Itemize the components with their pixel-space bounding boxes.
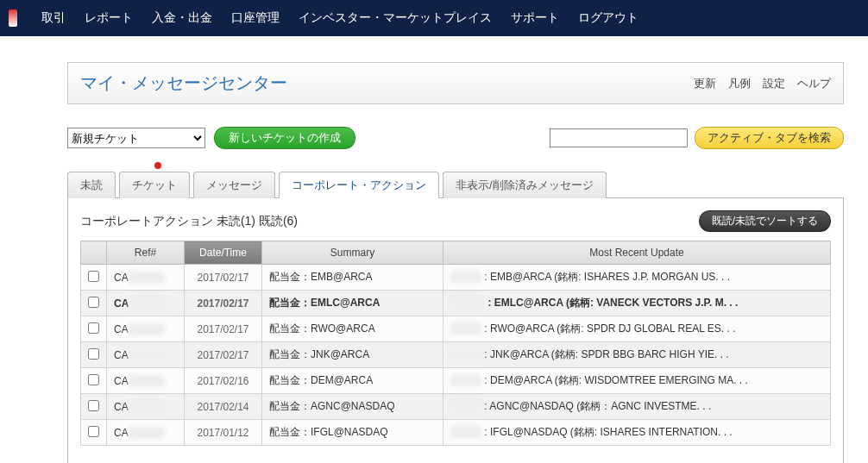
page-title: マイ・メッセージセンター — [80, 72, 287, 95]
header-link-help[interactable]: ヘルプ — [797, 76, 831, 91]
nav-account[interactable]: 口座管理 — [231, 10, 280, 26]
cell-date: 2017/02/17 — [185, 342, 262, 368]
tab-label: 非表示/削除済みメッセージ — [456, 178, 594, 191]
ref-prefix: CA — [114, 401, 129, 413]
tab-label: メッセージ — [206, 178, 262, 191]
col-summary[interactable]: Summary — [262, 241, 443, 265]
tab-label: 未読 — [80, 178, 103, 191]
page-header: マイ・メッセージセンター 更新 凡例 設定 ヘルプ — [67, 62, 844, 104]
cell-summary: 配当金：EMB@ARCA — [262, 265, 443, 291]
cell-date: 2017/02/17 — [185, 265, 262, 291]
redacted-ref: xxxxxxx — [129, 297, 169, 310]
table-row[interactable]: CAxxxxxxx2017/02/17配当金：RWO@ARCAxxxxxx : … — [81, 316, 831, 342]
cell-update: xxxxxx : AGNC@NASDAQ (銘柄：AGNC INVESTME. … — [443, 394, 831, 420]
header-links: 更新 凡例 設定 ヘルプ — [694, 76, 831, 91]
cell-summary: 配当金：RWO@ARCA — [262, 316, 443, 342]
nav-trade[interactable]: 取引 — [41, 10, 66, 26]
tab-unread[interactable]: 未読 — [67, 172, 116, 198]
cell-update: xxxxxx : RWO@ARCA (銘柄: SPDR DJ GLOBAL RE… — [443, 316, 831, 342]
redacted-ref: xxxxxxx — [129, 349, 165, 361]
cell-update: xxxxxx : JNK@ARCA (銘柄: SPDR BBG BARC HIG… — [443, 342, 831, 368]
sort-read-unread-button[interactable]: 既読/未読でソートする — [699, 210, 831, 232]
row-checkbox[interactable] — [88, 322, 99, 334]
redacted-update-prefix: xxxxxx — [450, 348, 481, 360]
row-checkbox[interactable] — [88, 400, 99, 411]
notification-dot-icon — [154, 162, 161, 169]
nav-investor[interactable]: インベスター・マーケットプレイス — [299, 10, 492, 26]
col-date-sorted[interactable]: Date/Time — [185, 241, 262, 265]
tab-tickets[interactable]: チケット — [119, 172, 190, 198]
ticket-type-select[interactable]: 新規チケット — [67, 128, 205, 148]
tab-messages[interactable]: メッセージ — [193, 172, 275, 198]
cell-summary: 配当金：JNK@ARCA — [262, 342, 443, 368]
table-row[interactable]: CAxxxxxxx2017/02/17配当金：EMLC@ARCAxxxxxx :… — [81, 291, 831, 316]
nav-support[interactable]: サポート — [511, 10, 559, 26]
ref-prefix: CA — [114, 427, 129, 439]
redacted-ref: xxxxxxx — [129, 401, 165, 413]
row-checkbox[interactable] — [88, 426, 99, 437]
brand-logo — [9, 9, 17, 27]
search-input[interactable] — [550, 128, 688, 147]
tab-panel-corporate-action: コーポレートアクション 未読(1) 既読(6) 既読/未読でソートする Ref#… — [67, 197, 844, 463]
table-row[interactable]: CAxxxxxxx2017/02/14配当金：AGNC@NASDAQxxxxxx… — [81, 394, 831, 420]
cell-update: xxxxxx : DEM@ARCA (銘柄: WISDOMTREE EMERGI… — [443, 368, 831, 394]
controls-row: 新規チケット 新しいチケットの作成 アクティブ・タブを検索 — [67, 127, 844, 149]
table-row[interactable]: CAxxxxxxx2017/02/17配当金：EMB@ARCAxxxxxx : … — [81, 265, 831, 291]
cell-date: 2017/02/17 — [185, 316, 262, 342]
tab-corporate-action[interactable]: コーポレート・アクション — [279, 172, 439, 198]
tabs: 未読 チケット メッセージ コーポレート・アクション 非表示/削除済みメッセージ — [67, 172, 844, 198]
nav-report[interactable]: レポート — [85, 10, 133, 26]
row-checkbox[interactable] — [88, 297, 99, 308]
top-nav: 取引 レポート 入金・出金 口座管理 インベスター・マーケットプレイス サポート… — [0, 0, 868, 36]
ref-prefix: CA — [114, 297, 129, 310]
row-checkbox[interactable] — [88, 374, 99, 385]
ref-prefix: CA — [114, 323, 129, 335]
header-link-legend[interactable]: 凡例 — [728, 76, 751, 91]
corporate-action-table: Ref# Date/Time Summary Most Recent Updat… — [80, 241, 831, 446]
cell-update: xxxxxx : EMLC@ARCA (銘柄: VANECK VECTORS J… — [443, 291, 831, 316]
cell-date: 2017/02/17 — [185, 291, 262, 316]
ref-prefix: CA — [114, 349, 129, 361]
redacted-ref: xxxxxxx — [129, 375, 165, 387]
row-checkbox[interactable] — [88, 271, 99, 282]
nav-funding[interactable]: 入金・出金 — [152, 10, 212, 26]
row-checkbox[interactable] — [88, 348, 99, 360]
tab-label: コーポレート・アクション — [292, 178, 426, 191]
table-row[interactable]: CAxxxxxxx2017/02/17配当金：JNK@ARCAxxxxxx : … — [81, 342, 831, 368]
table-row[interactable]: CAxxxxxxx2017/01/12配当金：IFGL@NASDAQxxxxxx… — [81, 420, 831, 446]
redacted-update-prefix: xxxxxx — [450, 426, 481, 438]
cell-summary: 配当金：EMLC@ARCA — [262, 291, 443, 316]
col-update[interactable]: Most Recent Update — [443, 241, 831, 265]
redacted-ref: xxxxxxx — [129, 272, 165, 284]
tab-label: チケット — [132, 178, 177, 191]
ref-prefix: CA — [114, 272, 129, 284]
search-active-tab-button[interactable]: アクティブ・タブを検索 — [695, 127, 844, 149]
redacted-update-prefix: xxxxxx — [450, 297, 485, 309]
cell-update: xxxxxx : EMB@ARCA (銘柄: ISHARES J.P. MORG… — [443, 265, 831, 291]
redacted-update-prefix: xxxxxx — [450, 271, 481, 283]
cell-summary: 配当金：IFGL@NASDAQ — [262, 420, 443, 446]
cell-summary: 配当金：AGNC@NASDAQ — [262, 394, 443, 420]
cell-date: 2017/01/12 — [185, 420, 262, 446]
redacted-ref: xxxxxxx — [129, 323, 165, 335]
cell-update: xxxxxx : IFGL@NASDAQ (銘柄: ISHARES INTERN… — [443, 420, 831, 446]
nav-logout[interactable]: ログアウト — [578, 10, 638, 26]
redacted-ref: xxxxxxx — [129, 427, 165, 439]
tab-hidden-deleted[interactable]: 非表示/削除済みメッセージ — [443, 172, 607, 198]
ref-prefix: CA — [114, 375, 129, 387]
redacted-update-prefix: xxxxxx — [450, 322, 481, 335]
cell-summary: 配当金：DEM@ARCA — [262, 368, 443, 394]
subheader-text: コーポレートアクション 未読(1) 既読(6) — [80, 214, 298, 229]
create-ticket-button[interactable]: 新しいチケットの作成 — [214, 127, 355, 149]
cell-date: 2017/02/16 — [185, 368, 262, 394]
cell-date: 2017/02/14 — [185, 394, 262, 420]
col-ref[interactable]: Ref# — [107, 241, 185, 265]
redacted-update-prefix: xxxxxx — [450, 374, 481, 386]
redacted-update-prefix: xxxxxx — [450, 400, 481, 412]
header-link-refresh[interactable]: 更新 — [694, 76, 716, 91]
col-checkbox — [81, 241, 107, 265]
table-row[interactable]: CAxxxxxxx2017/02/16配当金：DEM@ARCAxxxxxx : … — [81, 368, 831, 394]
header-link-settings[interactable]: 設定 — [763, 76, 785, 91]
